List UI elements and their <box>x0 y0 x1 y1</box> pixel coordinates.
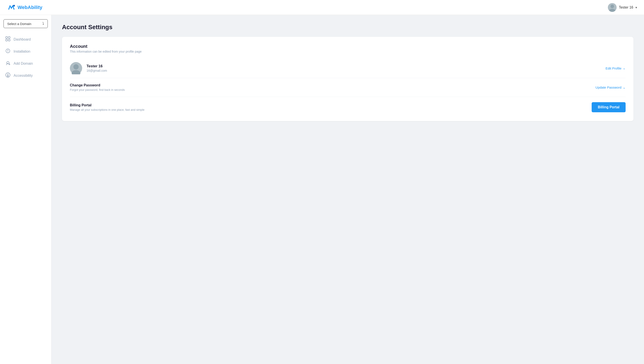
billing-portal-button[interactable]: Billing Portal <box>592 102 626 112</box>
billing-portal-row: Billing Portal Manage all your subscript… <box>70 97 626 114</box>
installation-icon <box>5 49 10 54</box>
change-password-title: Change Password <box>70 83 125 87</box>
logo-text: WebAbility <box>18 5 42 10</box>
svg-rect-5 <box>6 39 8 41</box>
logo-icon <box>7 3 16 12</box>
add-domain-icon <box>5 61 10 66</box>
sidebar-item-dashboard[interactable]: Dashboard <box>0 33 51 45</box>
sidebar: Select a Domain ⤵ Dashboard <box>0 15 52 364</box>
update-password-button[interactable]: Update Password ⌄ <box>596 86 626 89</box>
svg-point-2 <box>609 9 615 12</box>
sidebar-item-installation[interactable]: Installation <box>0 45 51 57</box>
edit-profile-chevron-icon: ⌄ <box>623 66 626 70</box>
accessibility-icon <box>5 73 10 79</box>
svg-rect-4 <box>8 37 10 38</box>
sidebar-item-dashboard-label: Dashboard <box>14 38 31 42</box>
user-menu[interactable]: Tester 16 ▾ <box>608 3 637 12</box>
profile-email: 16@gmail.com <box>86 69 107 72</box>
svg-rect-3 <box>6 37 8 38</box>
change-password-row: Change Password Forgot your password, fi… <box>70 78 626 97</box>
billing-portal-button-label: Billing Portal <box>598 105 620 109</box>
billing-portal-info: Billing Portal Manage all your subscript… <box>70 103 144 111</box>
edit-profile-button[interactable]: Edit Profile ⌄ <box>606 66 626 70</box>
sidebar-item-add-domain-label: Add Domain <box>14 62 33 66</box>
main-content: Account Settings Account This informatio… <box>52 15 644 364</box>
account-card: Account This information can be edited f… <box>62 37 634 121</box>
billing-portal-subtitle: Manage all your subscriptions in one pla… <box>70 108 144 111</box>
header-avatar <box>608 3 616 12</box>
update-password-label: Update Password <box>596 86 622 89</box>
dashboard-icon <box>5 36 10 42</box>
svg-point-9 <box>8 52 8 52</box>
svg-point-19 <box>74 64 79 70</box>
card-section-subtitle: This information can be edited from your… <box>70 50 626 53</box>
header: WebAbility Tester 16 ▾ <box>0 0 644 15</box>
change-password-info: Change Password Forgot your password, fi… <box>70 83 125 91</box>
header-chevron-icon: ▾ <box>636 6 637 9</box>
update-password-chevron-icon: ⌄ <box>623 86 626 89</box>
svg-line-18 <box>8 76 8 77</box>
select-domain-chevron-icon: ⤵ <box>42 22 44 26</box>
layout: Select a Domain ⤵ Dashboard <box>0 15 644 364</box>
sidebar-item-accessibility[interactable]: Accessibility <box>0 70 51 82</box>
sidebar-item-installation-label: Installation <box>14 50 30 54</box>
svg-point-14 <box>8 74 8 75</box>
profile-row: Tester 16 16@gmail.com Edit Profile ⌄ <box>70 59 626 78</box>
profile-avatar <box>70 62 82 74</box>
change-password-subtitle: Forgot your password, find back in secon… <box>70 88 125 91</box>
billing-portal-title: Billing Portal <box>70 103 144 107</box>
card-section-title: Account <box>70 44 626 49</box>
select-domain-label: Select a Domain <box>7 22 31 26</box>
edit-profile-label: Edit Profile <box>606 66 622 70</box>
svg-rect-6 <box>8 39 10 41</box>
profile-left: Tester 16 16@gmail.com <box>70 62 107 74</box>
svg-point-20 <box>72 70 80 74</box>
svg-point-0 <box>13 5 15 7</box>
sidebar-item-accessibility-label: Accessibility <box>14 74 33 78</box>
select-domain-button[interactable]: Select a Domain ⤵ <box>4 19 48 28</box>
page-title: Account Settings <box>62 24 634 31</box>
profile-name: Tester 16 <box>86 64 107 68</box>
logo: WebAbility <box>7 3 42 12</box>
profile-info: Tester 16 16@gmail.com <box>86 64 107 72</box>
header-user-name: Tester 16 <box>619 6 633 10</box>
svg-point-1 <box>610 5 614 8</box>
sidebar-item-add-domain[interactable]: Add Domain <box>0 57 51 70</box>
